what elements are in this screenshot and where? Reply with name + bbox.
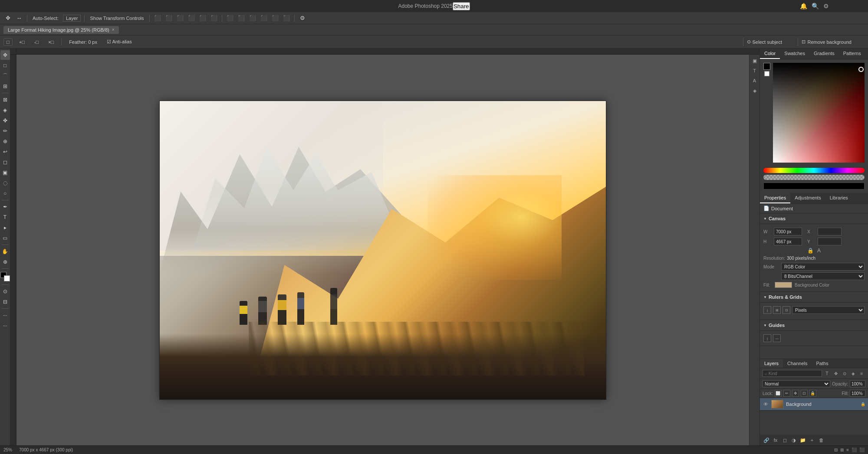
zoom-tool-btn[interactable]: ⊕ — [0, 257, 10, 267]
pen-tool-btn[interactable]: ✒ — [0, 202, 10, 212]
lock-artboards-btn[interactable]: ⊡ — [801, 390, 808, 397]
layer-dropdown[interactable]: Layer — [63, 15, 81, 22]
show-transform-label[interactable]: Show Transform Controls — [88, 15, 145, 22]
foreground-color-swatch[interactable] — [763, 63, 770, 70]
document-tab[interactable]: Large Format Hiking Image.jpg @ 25% (RGB… — [3, 26, 119, 34]
new-selection-btn[interactable]: □ — [3, 38, 13, 46]
background-color-swatch[interactable] — [764, 71, 769, 76]
canvas-section-header[interactable]: ▼ Canvas — [760, 213, 868, 224]
opacity-input[interactable] — [850, 380, 865, 387]
remove-background-btn[interactable]: ⊡ Remove background — [798, 38, 855, 46]
blur-tool-btn[interactable]: ◌ — [0, 178, 10, 188]
right-panel-icon-3[interactable]: A — [750, 76, 759, 85]
gradient-tool-btn[interactable]: ▣ — [0, 168, 10, 177]
search-icon[interactable]: 🔍 — [812, 3, 819, 10]
ruler-icon-2[interactable]: ⊞ — [773, 306, 781, 314]
right-panel-icon-2[interactable]: T — [750, 66, 759, 75]
guide-btn-1[interactable]: | — [763, 334, 771, 342]
move-tool-icon[interactable]: ✥ — [3, 14, 12, 23]
mode-select[interactable]: RGB Color — [781, 263, 865, 271]
layers-tab-channels[interactable]: Channels — [783, 359, 812, 368]
layers-link-icon[interactable]: 🔗 — [763, 436, 770, 444]
right-panel-icon-1[interactable]: ▣ — [750, 56, 759, 65]
subtract-selection-btn[interactable]: -□ — [31, 38, 42, 46]
status-icon-5[interactable]: ⬛ — [859, 447, 865, 452]
extra-tools-btn[interactable]: ··· — [0, 310, 10, 320]
move-tool-btn[interactable]: ✥ — [0, 50, 10, 60]
tab-libraries[interactable]: Libraries — [825, 193, 852, 203]
lock-all-btn[interactable]: 🔒 — [809, 390, 816, 397]
x-input[interactable] — [818, 228, 842, 235]
layers-tool-3[interactable]: ⊙ — [841, 369, 848, 377]
align-right-icon[interactable]: ⬛ — [176, 14, 184, 23]
screen-mode-btn[interactable]: ⊟ — [0, 297, 10, 307]
width-input[interactable] — [774, 228, 802, 235]
spot-heal-btn[interactable]: ✤ — [0, 116, 10, 125]
lock-position-btn[interactable]: ✥ — [792, 390, 799, 397]
shape-tool-btn[interactable]: ▭ — [0, 233, 10, 243]
object-select-btn[interactable]: ⊞ — [0, 82, 10, 91]
y-input[interactable] — [818, 238, 842, 245]
distribute4-icon[interactable]: ⬛ — [260, 14, 268, 23]
quick-mask-btn[interactable]: ⊙ — [0, 287, 10, 296]
layers-tool-2[interactable]: ✥ — [832, 369, 839, 377]
history-brush-btn[interactable]: ↩ — [0, 147, 10, 157]
fill-swatch[interactable] — [775, 282, 792, 288]
layer-item-background[interactable]: 👁 Background 🔒 — [760, 398, 868, 411]
status-icon-1[interactable]: ⊟ — [834, 447, 838, 452]
settings-icon[interactable]: ⚙ — [298, 14, 307, 23]
anti-alias-btn[interactable]: ☑ Anti-alias — [104, 38, 135, 46]
rulers-section-header[interactable]: ▼ Rulers & Grids — [760, 292, 868, 303]
notification-icon[interactable]: 🔔 — [800, 3, 807, 10]
add-selection-btn[interactable]: +□ — [16, 38, 28, 46]
layers-tab-paths[interactable]: Paths — [812, 359, 833, 368]
transform-icon[interactable]: ↔ — [15, 14, 23, 23]
dodge-tool-btn[interactable]: ○ — [0, 189, 10, 198]
foreground-color[interactable] — [0, 272, 10, 281]
guides-section-header[interactable]: ▼ Guides — [760, 320, 868, 331]
color-gradient-picker[interactable] — [773, 63, 865, 163]
status-icon-2[interactable]: ⊞ — [840, 447, 844, 452]
text-tool-btn[interactable]: T — [0, 212, 10, 222]
layers-tool-4[interactable]: ◈ — [849, 369, 857, 377]
background-swatch[interactable] — [4, 275, 10, 281]
tab-properties[interactable]: Properties — [760, 193, 790, 203]
status-icon-3[interactable]: ≡ — [846, 447, 849, 452]
align-top-icon[interactable]: ⬛ — [187, 14, 196, 23]
layers-new-icon[interactable]: + — [808, 436, 816, 444]
layers-tool-1[interactable]: T — [823, 369, 831, 377]
align-left-icon[interactable]: ⬛ — [153, 14, 162, 23]
workspace-icon[interactable]: ⚙ — [823, 3, 829, 10]
brush-tool-btn[interactable]: ✏ — [0, 126, 10, 136]
extra-tools-btn2[interactable]: ··· — [0, 321, 10, 330]
document-tab-close[interactable]: × — [112, 27, 115, 32]
layers-tab-layers[interactable]: Layers — [760, 359, 783, 368]
distribute-icon[interactable]: ⬛ — [226, 14, 234, 23]
distribute3-icon[interactable]: ⬛ — [248, 14, 257, 23]
distribute2-icon[interactable]: ⬛ — [237, 14, 246, 23]
unit-select[interactable]: Pixels Inches Centimeters — [792, 306, 865, 314]
align-bottom-icon[interactable]: ⬛ — [210, 14, 218, 23]
layers-tool-5[interactable]: ≡ — [858, 369, 865, 377]
path-select-btn[interactable]: ▸ — [0, 223, 10, 232]
lock-transparent-btn[interactable]: ⬜ — [775, 390, 782, 397]
bits-select[interactable]: 8 Bits/Channel — [781, 272, 865, 280]
layers-search-input[interactable] — [763, 370, 822, 377]
color-tab-color[interactable]: Color — [760, 49, 780, 59]
eraser-tool-btn[interactable]: ◻ — [0, 157, 10, 167]
height-input[interactable] — [774, 238, 802, 245]
canvas-area[interactable] — [16, 55, 749, 445]
lock-image-btn[interactable]: ✏ — [783, 390, 790, 397]
hand-tool-btn[interactable]: ✋ — [0, 247, 10, 256]
selection-tool-btn[interactable]: □ — [0, 61, 10, 70]
tab-adjustments[interactable]: Adjustments — [790, 193, 825, 203]
layers-delete-icon[interactable]: 🗑 — [817, 436, 825, 444]
select-subject-btn[interactable]: ⊙ Select subject — [743, 38, 786, 46]
layer-visibility-icon[interactable]: 👁 — [763, 401, 769, 407]
distribute5-icon[interactable]: ⬛ — [271, 14, 279, 23]
share-button[interactable]: Share — [453, 2, 470, 10]
lock-height-icon[interactable]: A — [817, 248, 821, 254]
ruler-icon-1[interactable]: | — [763, 306, 771, 314]
color-tab-swatches[interactable]: Swatches — [780, 49, 809, 59]
lasso-tool-btn[interactable]: ⌒ — [0, 71, 10, 81]
